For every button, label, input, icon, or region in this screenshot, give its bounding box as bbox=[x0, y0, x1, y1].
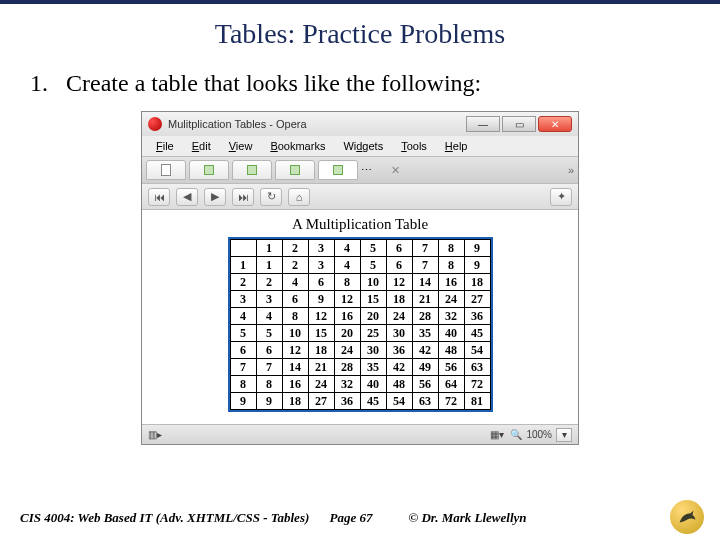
table-cell: 35 bbox=[412, 325, 438, 342]
table-cell: 24 bbox=[386, 308, 412, 325]
tab-close-button[interactable]: ✕ bbox=[386, 161, 404, 179]
table-cell: 7 bbox=[230, 359, 256, 376]
table-header-cell: 9 bbox=[464, 240, 490, 257]
table-cell: 21 bbox=[308, 359, 334, 376]
menu-help[interactable]: Help bbox=[437, 139, 476, 153]
tab-item-active[interactable] bbox=[318, 160, 358, 180]
table-cell: 9 bbox=[230, 393, 256, 410]
menu-accel: B bbox=[270, 140, 277, 152]
table-cell: 15 bbox=[308, 325, 334, 342]
minimize-button[interactable]: — bbox=[466, 116, 500, 132]
table-row: 551015202530354045 bbox=[230, 325, 490, 342]
opera-browser-window: Mulitplication Tables - Opera — ▭ ✕ File… bbox=[141, 111, 579, 445]
table-cell: 6 bbox=[386, 257, 412, 274]
page-icon bbox=[204, 165, 214, 175]
table-cell: 18 bbox=[282, 393, 308, 410]
table-cell: 5 bbox=[360, 257, 386, 274]
ucf-pegasus-logo bbox=[670, 500, 704, 534]
table-cell: 48 bbox=[438, 342, 464, 359]
table-header-cell: 8 bbox=[438, 240, 464, 257]
wand-button[interactable]: ✦ bbox=[550, 188, 572, 206]
tab-item[interactable] bbox=[232, 160, 272, 180]
table-cell: 32 bbox=[438, 308, 464, 325]
table-cell: 25 bbox=[360, 325, 386, 342]
table-cell: 21 bbox=[412, 291, 438, 308]
table-cell: 1 bbox=[256, 257, 282, 274]
table-cell: 4 bbox=[256, 308, 282, 325]
menu-file[interactable]: File bbox=[148, 139, 182, 153]
close-button[interactable]: ✕ bbox=[538, 116, 572, 132]
fast-forward-button[interactable]: ⏭ bbox=[232, 188, 254, 206]
problem-row: 1. Create a table that looks like the fo… bbox=[30, 70, 690, 97]
table-cell: 63 bbox=[412, 393, 438, 410]
table-row: 1123456789 bbox=[230, 257, 490, 274]
table-cell: 20 bbox=[334, 325, 360, 342]
table-header-cell: 6 bbox=[386, 240, 412, 257]
table-cell: 8 bbox=[230, 376, 256, 393]
home-button[interactable]: ⌂ bbox=[288, 188, 310, 206]
table-cell: 35 bbox=[360, 359, 386, 376]
table-cell: 14 bbox=[282, 359, 308, 376]
table-cell: 5 bbox=[256, 325, 282, 342]
menu-edit[interactable]: Edit bbox=[184, 139, 219, 153]
table-cell: 36 bbox=[464, 308, 490, 325]
table-cell: 10 bbox=[360, 274, 386, 291]
reload-button[interactable]: ↻ bbox=[260, 188, 282, 206]
table-cell: 48 bbox=[386, 376, 412, 393]
table-cell: 6 bbox=[256, 342, 282, 359]
table-cell: 16 bbox=[438, 274, 464, 291]
rewind-button[interactable]: ⏮ bbox=[148, 188, 170, 206]
table-cell: 4 bbox=[282, 274, 308, 291]
view-mode-icon[interactable]: ▦▾ bbox=[490, 429, 504, 440]
slide-title: Tables: Practice Problems bbox=[0, 18, 720, 50]
table-cell: 2 bbox=[230, 274, 256, 291]
table-cell: 4 bbox=[230, 308, 256, 325]
menu-bar: File Edit View Bookmarks Widgets Tools H… bbox=[142, 136, 578, 156]
table-cell: 12 bbox=[282, 342, 308, 359]
tab-item[interactable] bbox=[189, 160, 229, 180]
window-title: Mulitplication Tables - Opera bbox=[168, 118, 460, 130]
table-cell: 8 bbox=[438, 257, 464, 274]
table-cell: 3 bbox=[230, 291, 256, 308]
multiplication-table-container: 1234567891123456789224681012141618336912… bbox=[228, 237, 493, 412]
table-cell: 54 bbox=[464, 342, 490, 359]
table-header-cell: 3 bbox=[308, 240, 334, 257]
tab-item[interactable] bbox=[275, 160, 315, 180]
table-header-cell: 2 bbox=[282, 240, 308, 257]
maximize-button[interactable]: ▭ bbox=[502, 116, 536, 132]
page-icon bbox=[333, 165, 343, 175]
table-cell: 30 bbox=[386, 325, 412, 342]
table-cell: 3 bbox=[256, 291, 282, 308]
table-cell: 12 bbox=[308, 308, 334, 325]
back-button[interactable]: ◀ bbox=[176, 188, 198, 206]
table-header-cell bbox=[230, 240, 256, 257]
menu-widgets[interactable]: Widgets bbox=[335, 139, 391, 153]
zoom-dropdown-button[interactable]: ▾ bbox=[556, 428, 572, 442]
new-tab-button[interactable]: ⋯ bbox=[361, 160, 381, 180]
table-cell: 72 bbox=[464, 376, 490, 393]
tab-item[interactable] bbox=[146, 160, 186, 180]
table-row: 881624324048566472 bbox=[230, 376, 490, 393]
table-cell: 49 bbox=[412, 359, 438, 376]
panel-toggle-icon[interactable]: ▥▸ bbox=[148, 429, 162, 440]
footer-page: Page 67 bbox=[312, 510, 391, 526]
table-cell: 16 bbox=[334, 308, 360, 325]
page-icon bbox=[247, 165, 257, 175]
table-cell: 24 bbox=[308, 376, 334, 393]
table-cell: 12 bbox=[334, 291, 360, 308]
menu-bookmarks[interactable]: Bookmarks bbox=[262, 139, 333, 153]
opera-logo-icon bbox=[148, 117, 162, 131]
forward-button[interactable]: ▶ bbox=[204, 188, 226, 206]
table-cell: 7 bbox=[256, 359, 282, 376]
table-cell: 8 bbox=[334, 274, 360, 291]
slide-footer: CIS 4004: Web Based IT (Adv. XHTML/CSS -… bbox=[20, 510, 700, 526]
menu-view[interactable]: View bbox=[221, 139, 261, 153]
table-cell: 3 bbox=[308, 257, 334, 274]
table-cell: 45 bbox=[464, 325, 490, 342]
table-cell: 40 bbox=[438, 325, 464, 342]
footer-author: © Dr. Mark Llewellyn bbox=[390, 510, 700, 526]
tab-overflow-button[interactable]: » bbox=[568, 164, 574, 176]
menu-tools[interactable]: Tools bbox=[393, 139, 435, 153]
menu-accel: H bbox=[445, 140, 453, 152]
menu-accel: d bbox=[356, 140, 362, 152]
